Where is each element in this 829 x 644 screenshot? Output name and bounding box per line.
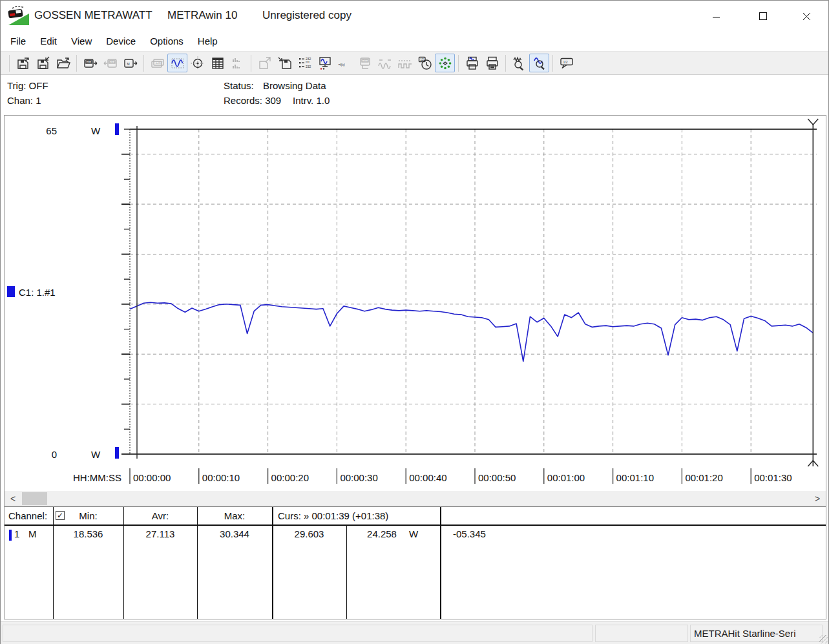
resize-grip[interactable]	[819, 635, 828, 643]
row-channel-mode: M	[28, 528, 37, 539]
y-min-label: 0	[52, 449, 57, 460]
toolbar-separator	[458, 55, 459, 72]
online-display-button[interactable]	[315, 54, 335, 72]
values-panel: Channel: ✓ Min: Avr: Max: Curs: » 00:01:…	[5, 506, 826, 619]
read-device-memory-button[interactable]: 321	[80, 54, 100, 72]
y-max-unit: W	[91, 125, 101, 136]
row-cursor2-value: 24.258	[346, 528, 417, 539]
analog-output-icon	[377, 56, 393, 71]
device-settings-icon: 321	[357, 56, 373, 71]
x-axis-tick-label: 00:01:20	[685, 472, 722, 483]
close-button[interactable]	[792, 1, 821, 32]
menu-item-options[interactable]: Options	[143, 32, 191, 51]
toolbar-separator	[9, 55, 10, 72]
time-settings-button[interactable]: 12	[415, 54, 435, 72]
device-settings-button: 321	[355, 54, 375, 72]
row-avr-value: 27.113	[123, 528, 197, 539]
svg-text:=f(x): =f(x)	[338, 62, 344, 66]
save-as-icon	[36, 56, 51, 71]
minimize-button[interactable]	[702, 1, 731, 32]
menu-item-view[interactable]: View	[64, 32, 99, 51]
x-axis-tick-label: 00:01:30	[754, 472, 792, 483]
status-value: Browsing Data	[263, 80, 326, 91]
pulse-output-icon	[397, 56, 413, 71]
header-avr: Avr:	[123, 510, 197, 521]
print-button[interactable]	[482, 54, 502, 72]
scroll-left-arrow[interactable]: <	[6, 492, 19, 505]
scroll-right-arrow[interactable]: >	[811, 492, 824, 505]
app-logo-icon	[7, 6, 30, 26]
column-divider	[53, 507, 54, 619]
svg-text:321: 321	[362, 58, 368, 62]
print-chart-button[interactable]	[462, 54, 482, 72]
toolbar-separator	[505, 55, 506, 72]
toolbar-separator	[76, 55, 77, 72]
column-divider	[346, 526, 347, 619]
interval-value: Intrv. 1.0	[293, 95, 330, 106]
x-axis-tick-label: 00:00:50	[478, 472, 516, 483]
live-record-icon	[437, 56, 453, 71]
zoom-search-button[interactable]	[509, 54, 529, 72]
menu-item-edit[interactable]: Edit	[33, 32, 64, 51]
maximize-button[interactable]	[748, 1, 778, 32]
value-tooltip-button[interactable]: 1/2	[556, 54, 576, 72]
histogram-view-button	[227, 54, 247, 72]
xy-view-button[interactable]	[187, 54, 207, 72]
menubar: FileEditViewDeviceOptionsHelp	[1, 32, 828, 51]
x-axis-tick-label: 00:01:10	[616, 472, 654, 483]
live-record-button[interactable]	[435, 54, 455, 72]
menu-item-help[interactable]: Help	[191, 32, 225, 51]
y-max-label: 65	[46, 125, 57, 136]
print-chart-icon	[465, 56, 480, 71]
channel-config-button[interactable]: 232***232	[295, 54, 315, 72]
minimize-icon	[713, 12, 720, 20]
svg-text:12: 12	[420, 57, 424, 61]
horizontal-scrollbar[interactable]: < >	[5, 491, 826, 506]
toolbar-separator	[552, 55, 553, 72]
write-device-icon: 321	[103, 56, 118, 71]
statusbar-section-1	[3, 625, 593, 642]
chart-view-button[interactable]	[167, 54, 187, 72]
save-file-button[interactable]	[13, 54, 33, 72]
zoom-mode-button[interactable]	[529, 54, 549, 72]
header-divider	[5, 525, 826, 526]
store-to-file-button[interactable]	[275, 54, 295, 72]
save-as-button[interactable]	[33, 54, 53, 72]
trigger-status: Trig: OFF	[7, 80, 48, 91]
table-view-button[interactable]	[207, 54, 227, 72]
y-min-unit: W	[91, 449, 101, 460]
read-device-m-button[interactable]: M	[120, 54, 140, 72]
open-file-button[interactable]	[53, 54, 73, 72]
x-axis-tick-label: 00:00:20	[271, 472, 309, 483]
menu-item-file[interactable]: File	[3, 32, 33, 51]
column-divider	[440, 507, 441, 619]
app-window: GOSSEN METRAWATT METRAwin 10 Unregistere…	[0, 0, 829, 644]
cursor-right-top-handle[interactable]	[808, 119, 818, 125]
formula-button[interactable]: =f(x)	[335, 54, 355, 72]
channel-status: Chan: 1	[7, 95, 41, 106]
scrollbar-thumb[interactable]	[22, 492, 47, 505]
menu-item-device[interactable]: Device	[99, 32, 143, 51]
row-max-value: 30.344	[197, 528, 272, 539]
chart-area: 00:00:0000:00:1000:00:2000:00:3000:00:40…	[5, 116, 826, 491]
svg-text:232: 232	[306, 65, 311, 68]
data-series-line	[130, 302, 813, 361]
header-cursor: Curs: » 00:01:39 (+01:38)	[278, 510, 388, 521]
row-unit: W	[409, 528, 418, 539]
x-axis-tick-label: 00:00:10	[202, 472, 240, 483]
column-divider	[197, 507, 198, 619]
main-panel: 00:00:0000:00:1000:00:2000:00:3000:00:40…	[4, 115, 826, 619]
row-cursor1-value: 29.603	[272, 528, 346, 539]
x-axis-tick-label: 00:00:40	[409, 472, 446, 483]
channel-legend-label: C1: 1.#1	[19, 287, 56, 298]
status-label: Status:	[224, 80, 254, 91]
save-file-icon	[16, 56, 31, 71]
x-axis-tick-label: 00:01:00	[547, 472, 585, 483]
histogram-view-icon	[230, 56, 246, 71]
row-delta-value: -05.345	[453, 528, 486, 539]
x-axis-tick-label: 00:00:30	[340, 472, 377, 483]
export-data-icon	[257, 56, 273, 71]
row-channel-number: 1	[14, 528, 19, 539]
open-file-icon	[56, 56, 71, 71]
value-tooltip-icon: 1/2	[559, 56, 574, 71]
